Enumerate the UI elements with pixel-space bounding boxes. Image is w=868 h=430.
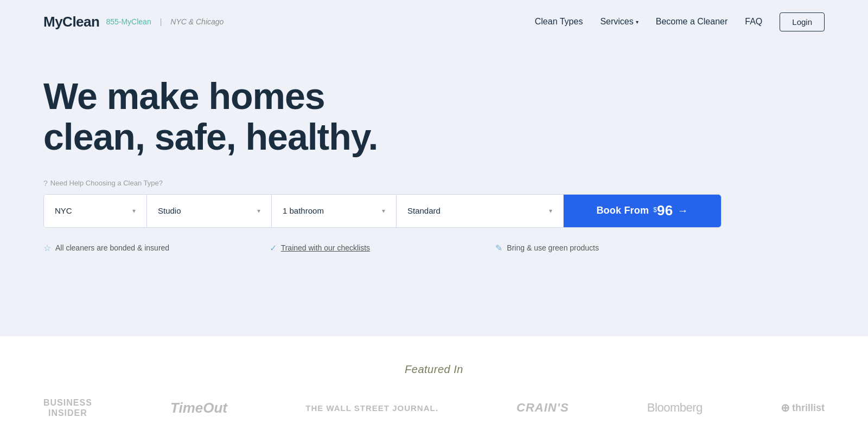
bathroom-select[interactable]: 1 bathroom ▾ bbox=[272, 195, 397, 227]
help-text: Need Help Choosing a Clean Type? bbox=[50, 179, 163, 187]
press-logo-wsj: THE WALL STREET JOURNAL. bbox=[305, 403, 438, 413]
press-logo-bloomberg: Bloomberg bbox=[647, 401, 703, 415]
thrillist-label: thrillist bbox=[792, 402, 825, 414]
location-select[interactable]: NYC ▾ bbox=[44, 195, 147, 227]
book-label: Book From bbox=[596, 205, 649, 216]
trust-bonded-text: All cleaners are bonded & insured bbox=[55, 243, 169, 252]
clean-type-value: Standard bbox=[407, 206, 441, 215]
trust-trained-link[interactable]: Trained with our checklists bbox=[281, 243, 370, 252]
services-chevron-icon: ▾ bbox=[636, 19, 639, 25]
featured-title: Featured In bbox=[43, 363, 825, 376]
star-icon: ☆ bbox=[43, 243, 51, 253]
nav-faq[interactable]: FAQ bbox=[745, 17, 762, 27]
press-logo-crains: CRAIN'S bbox=[516, 401, 569, 415]
size-chevron-icon: ▾ bbox=[257, 207, 260, 215]
price-amount: 96 bbox=[657, 202, 673, 219]
clean-type-select[interactable]: Standard ▾ bbox=[397, 195, 564, 227]
leaf-icon: ✎ bbox=[495, 243, 502, 253]
login-button[interactable]: Login bbox=[780, 12, 825, 31]
navbar-right: Clean Types Services ▾ Become a Cleaner … bbox=[535, 12, 825, 31]
help-icon: ? bbox=[43, 179, 48, 188]
trust-item-green: ✎ Bring & use green products bbox=[495, 243, 722, 253]
phone-number[interactable]: 855-MyClean bbox=[106, 17, 151, 26]
headline-line2: clean, safe, healthy. bbox=[43, 116, 378, 157]
navbar: MyClean 855-MyClean | NYC & Chicago Clea… bbox=[0, 0, 868, 43]
press-logos: BUSINESSINSIDER TimeOut THE WALL STREET … bbox=[43, 397, 825, 418]
hero-headline: We make homes clean, safe, healthy. bbox=[43, 76, 423, 157]
location-chevron-icon: ▾ bbox=[132, 207, 136, 215]
nav-clean-types[interactable]: Clean Types bbox=[535, 17, 583, 27]
logo[interactable]: MyClean bbox=[43, 14, 99, 30]
trust-item-trained: ✓ Trained with our checklists bbox=[270, 243, 496, 253]
headline-line1: We make homes bbox=[43, 75, 325, 117]
press-logo-business-insider: BUSINESSINSIDER bbox=[43, 397, 92, 418]
nav-services-label: Services bbox=[600, 17, 633, 27]
trust-green-text: Bring & use green products bbox=[507, 243, 599, 252]
hero-section: We make homes clean, safe, healthy. ? Ne… bbox=[0, 43, 868, 336]
city-label: NYC & Chicago bbox=[170, 17, 224, 26]
check-icon: ✓ bbox=[270, 243, 277, 253]
bathroom-value: 1 bathroom bbox=[283, 206, 324, 215]
size-value: Studio bbox=[158, 206, 181, 215]
booking-bar: NYC ▾ Studio ▾ 1 bathroom ▾ Standard ▾ B… bbox=[43, 194, 722, 228]
separator: | bbox=[160, 17, 162, 26]
clean-type-chevron-icon: ▾ bbox=[549, 207, 552, 215]
bathroom-chevron-icon: ▾ bbox=[382, 207, 385, 215]
navbar-left: MyClean 855-MyClean | NYC & Chicago bbox=[43, 14, 224, 30]
trust-item-bonded: ☆ All cleaners are bonded & insured bbox=[43, 243, 270, 253]
nav-services[interactable]: Services ▾ bbox=[600, 17, 638, 27]
press-logo-timeout: TimeOut bbox=[170, 400, 227, 416]
book-button[interactable]: Book From $96 → bbox=[564, 195, 721, 227]
trust-bar: ☆ All cleaners are bonded & insured ✓ Tr… bbox=[43, 243, 722, 253]
book-arrow-icon: → bbox=[677, 204, 688, 217]
press-logo-thrillist: ⊕ thrillist bbox=[781, 401, 825, 414]
thrillist-icon: ⊕ bbox=[781, 401, 790, 414]
book-price: $96 bbox=[653, 202, 673, 219]
size-select[interactable]: Studio ▾ bbox=[147, 195, 272, 227]
nav-become-cleaner[interactable]: Become a Cleaner bbox=[656, 17, 728, 27]
help-text-container: ? Need Help Choosing a Clean Type? bbox=[43, 179, 825, 188]
featured-section: Featured In BUSINESSINSIDER TimeOut THE … bbox=[0, 336, 868, 430]
location-value: NYC bbox=[55, 206, 72, 215]
